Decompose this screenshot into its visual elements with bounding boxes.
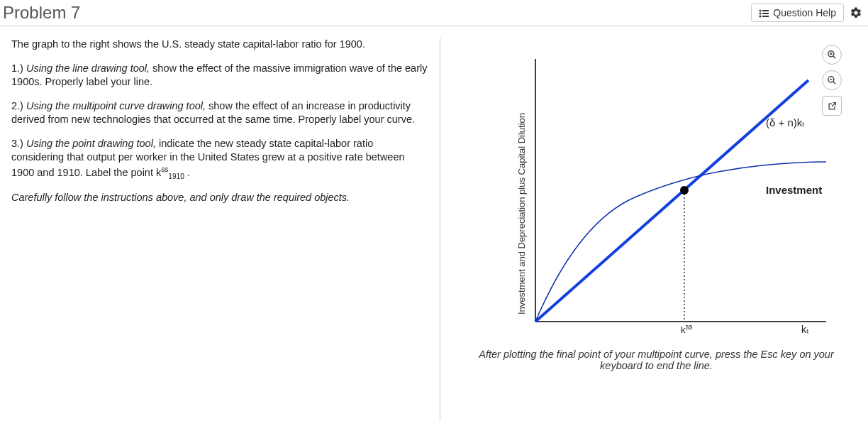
question-help-button[interactable]: Question Help <box>751 4 844 22</box>
svg-rect-5 <box>762 16 769 17</box>
question-help-label: Question Help <box>773 7 836 18</box>
svg-rect-1 <box>762 10 769 11</box>
vertical-divider <box>440 38 440 421</box>
question-3: 3.) Using the point drawing tool, indica… <box>11 137 428 182</box>
page-title: Problem 7 <box>3 3 80 23</box>
header-actions: Question Help <box>751 4 862 22</box>
footer-instruction: Carefully follow the instructions above,… <box>11 191 428 205</box>
svg-line-13 <box>833 82 836 84</box>
content: The graph to the right shows the U.S. st… <box>0 26 868 427</box>
svg-line-15 <box>831 102 835 106</box>
popout-button[interactable] <box>822 96 842 116</box>
graph-tools <box>822 45 842 116</box>
question-1: 1.) Using the line drawing tool, show th… <box>11 62 428 89</box>
svg-point-4 <box>760 16 762 18</box>
zoom-out-button[interactable] <box>822 70 842 90</box>
graph-canvas[interactable]: Investment and Depreciation plus Capital… <box>450 38 847 343</box>
graph-panel: Investment and Depreciation plus Capital… <box>443 38 862 421</box>
x-tick-kt: kₜ <box>801 324 809 335</box>
line-label: (δ + n)kₜ <box>766 116 805 128</box>
question-2: 2.) Using the multipoint curve drawing t… <box>11 99 428 127</box>
gear-icon[interactable] <box>850 6 862 19</box>
curve-label: Investment <box>766 184 822 196</box>
svg-point-0 <box>760 10 762 12</box>
svg-point-2 <box>760 13 762 15</box>
x-tick-kss: kss <box>681 323 693 335</box>
graph-hint: After plotting the final point of your m… <box>450 349 862 371</box>
svg-rect-3 <box>762 13 769 14</box>
header: Problem 7 Question Help <box>0 0 868 26</box>
intro-text: The graph to the right shows the U.S. st… <box>11 38 428 52</box>
zoom-in-button[interactable] <box>822 45 842 65</box>
y-axis-label: Investment and Depreciation plus Capital… <box>516 113 527 314</box>
svg-line-9 <box>833 56 836 59</box>
instructions-panel: The graph to the right shows the U.S. st… <box>11 38 437 421</box>
list-icon <box>759 9 769 17</box>
